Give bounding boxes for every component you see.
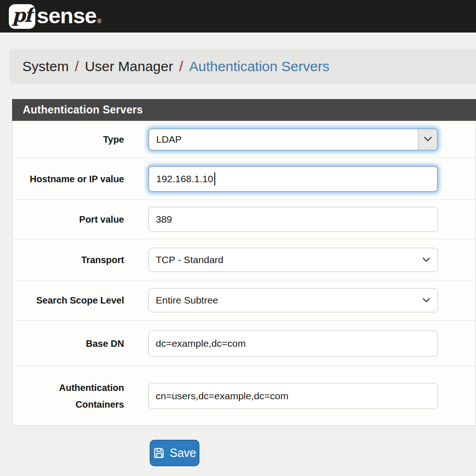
chevron-down-icon xyxy=(423,298,430,303)
transport-label: Transport xyxy=(13,251,124,268)
port-input[interactable]: 389 xyxy=(148,207,438,232)
chevron-down-icon xyxy=(418,129,437,150)
form-row-type: Type LDAP xyxy=(13,121,476,158)
base-dn-input[interactable]: dc=example,dc=com xyxy=(148,331,438,357)
form-actions: Save xyxy=(150,440,476,466)
breadcrumb: System / User Manager / Authentication S… xyxy=(9,49,476,84)
transport-select-value: TCP - Standard xyxy=(156,254,224,265)
pfsense-logo-mark: pf xyxy=(9,4,35,29)
pfsense-logo-sense: sense xyxy=(37,3,96,28)
topbar: pf sense ® xyxy=(0,0,476,34)
form-row-port: Port value 389 xyxy=(13,200,476,239)
panel-body: Type LDAP Hostname or IP value 192.168.1… xyxy=(12,121,476,426)
hostname-input[interactable]: 192.168.1.10 xyxy=(148,166,438,192)
authentication-containers-input-value: cn=users,dc=example,dc=com xyxy=(156,390,288,402)
transport-select[interactable]: TCP - Standard xyxy=(148,248,438,272)
authentication-containers-label: Authentication Containers xyxy=(13,379,124,413)
pfsense-logo[interactable]: pf sense ® xyxy=(9,4,101,29)
port-input-value: 389 xyxy=(156,214,172,225)
form-row-transport: Transport TCP - Standard xyxy=(13,239,476,280)
breadcrumb-item-authentication-servers[interactable]: Authentication Servers xyxy=(189,59,330,74)
breadcrumb-item-user-manager[interactable]: User Manager xyxy=(85,59,173,74)
breadcrumb-separator: / xyxy=(179,59,183,74)
type-select-value: LDAP xyxy=(156,134,182,145)
save-button-label: Save xyxy=(170,446,196,460)
form-row-base-dn: Base DN dc=example,dc=com xyxy=(13,321,476,366)
base-dn-label: Base DN xyxy=(13,335,124,352)
form-row-hostname: Hostname or IP value 192.168.1.10 xyxy=(13,158,476,200)
text-cursor xyxy=(214,172,215,185)
panel-header: Authentication Servers xyxy=(12,99,476,121)
registered-trademark-mark: ® xyxy=(97,18,101,25)
search-scope-select-value: Entire Subtree xyxy=(156,295,218,306)
breadcrumb-item-system[interactable]: System xyxy=(22,59,69,74)
save-button[interactable]: Save xyxy=(150,440,199,466)
pfsense-logo-pf: pf xyxy=(12,4,31,26)
chevron-down-icon xyxy=(423,258,430,262)
search-scope-select[interactable]: Entire Subtree xyxy=(148,288,438,312)
authentication-servers-panel: Authentication Servers Type LDAP Hostnam… xyxy=(12,99,476,426)
port-label: Port value xyxy=(13,211,124,228)
type-label: Type xyxy=(13,131,124,148)
hostname-label: Hostname or IP value xyxy=(13,171,124,187)
form-row-search-scope: Search Scope Level Entire Subtree xyxy=(13,280,476,321)
floppy-disk-icon xyxy=(153,447,165,459)
type-select[interactable]: LDAP xyxy=(148,128,438,151)
search-scope-label: Search Scope Level xyxy=(13,292,124,309)
form-row-authentication-containers: Authentication Containers cn=users,dc=ex… xyxy=(13,366,476,425)
panel-title: Authentication Servers xyxy=(23,104,143,116)
breadcrumb-separator: / xyxy=(75,59,79,74)
hostname-input-value: 192.168.1.10 xyxy=(156,173,213,185)
authentication-containers-input[interactable]: cn=users,dc=example,dc=com xyxy=(148,383,438,409)
base-dn-input-value: dc=example,dc=com xyxy=(156,338,246,349)
